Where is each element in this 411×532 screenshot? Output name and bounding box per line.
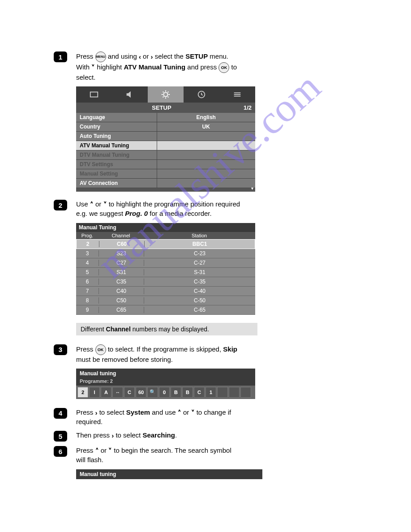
svg-point-2 <box>163 93 167 97</box>
step-badge: 2 <box>54 200 67 210</box>
programme-cell: C <box>124 387 135 398</box>
programme-cell: A <box>101 387 111 398</box>
svg-marker-1 <box>127 91 131 98</box>
svg-rect-0 <box>90 92 98 97</box>
programme-bar-subtitle: Programme: 2 <box>76 378 255 386</box>
step-badge: 4 <box>54 408 67 419</box>
setup-row: Auto Tuning <box>76 132 255 141</box>
manual-tuning-row: 7C40C-40 <box>76 287 255 296</box>
menu-button-icon: MENU <box>95 51 106 62</box>
step-text: Press OK to select. If the programme is … <box>76 344 242 364</box>
setup-row: DTV Settings <box>76 160 255 169</box>
up-arrow-icon: ˄ <box>90 200 94 209</box>
step-3: 3 Press OK to select. If the programme i… <box>54 344 384 364</box>
setup-row: Manual Setting <box>76 169 255 179</box>
manual-tuning-row: 3S23C-23 <box>76 249 255 258</box>
step-text: Then press › to select Searching. <box>76 431 177 440</box>
step-text: Use ˄ or ˅ to highlight the programme po… <box>76 200 242 218</box>
ok-button-icon: OK <box>218 62 229 73</box>
manual-tuning-row: 4C27C-27 <box>76 258 255 268</box>
programme-cell: B <box>182 387 193 398</box>
tab-sound-icon <box>112 86 148 103</box>
step-badge: 6 <box>54 446 67 457</box>
ok-button-icon: OK <box>95 344 106 355</box>
down-arrow-icon: ˅ <box>108 446 112 455</box>
step-6: 6 Press ˄ or ˅ to begin the search. The … <box>54 446 384 464</box>
tab-picture-icon <box>76 86 112 103</box>
programme-cell: 2 <box>77 387 88 398</box>
programme-cell: B <box>171 387 181 398</box>
step-text: Press MENU and using ‹ or › select the S… <box>76 51 242 82</box>
programme-strip: 2IA↔C60🔍0BBC1 <box>76 386 255 399</box>
setup-title-row: SETUP1/2 <box>76 103 255 113</box>
manual-tuning-row: 8C50C-50 <box>76 296 255 305</box>
step-text: Press ˄ or ˅ to begin the search. The se… <box>76 446 242 464</box>
setup-row: CountryUK <box>76 122 255 132</box>
programme-cell: 0 <box>159 387 170 398</box>
setup-row: ATV Manual Tuning <box>76 141 255 150</box>
manual-tuning-row: 9C65C-65 <box>76 305 255 315</box>
manual-tuning-row: 5S31S-31 <box>76 268 255 277</box>
manual-tuning-header: Prog.ChannelStation <box>76 232 255 239</box>
programme-cell: ↔ <box>112 387 123 398</box>
down-arrow-icon: ˅ <box>91 63 95 72</box>
programme-bar-title: Manual tuning <box>76 369 255 378</box>
setup-tabs <box>76 86 255 103</box>
step-5: 5 Then press › to select Searching. <box>54 431 384 442</box>
tab-timer-icon <box>184 86 219 103</box>
step-1: 1 Press MENU and using ‹ or › select the… <box>54 51 384 82</box>
setup-panel: SETUP1/2 LanguageEnglishCountryUKAuto Tu… <box>76 86 255 192</box>
down-arrow-icon: ˅ <box>103 200 107 209</box>
programme-cell <box>229 387 240 398</box>
note-box: Different Channel numbers may be display… <box>76 323 257 335</box>
step-badge: 5 <box>54 431 67 442</box>
setup-items-table: LanguageEnglishCountryUKAuto TuningATV M… <box>76 113 255 188</box>
programme-cell: C <box>194 387 205 398</box>
programme-cell: 🔍 <box>147 387 158 398</box>
setup-row: LanguageEnglish <box>76 113 255 122</box>
step-badge: 3 <box>54 344 67 355</box>
step-badge: 1 <box>54 51 67 62</box>
setup-row: AV Connection <box>76 179 255 188</box>
step-2: 2 Use ˄ or ˅ to highlight the programme … <box>54 200 384 218</box>
programme-cell <box>217 387 228 398</box>
programme-cell: 60 <box>136 387 146 398</box>
programme-cell: I <box>89 387 100 398</box>
programme-cell <box>240 387 251 398</box>
up-arrow-icon: ˄ <box>178 408 181 417</box>
setup-row: DTV Manual Tuning <box>76 150 255 160</box>
programme-bar: Manual tuning Programme: 2 2IA↔C60🔍0BBC1 <box>76 369 255 399</box>
manual-tuning-footer-title: Manual tuning <box>76 469 262 479</box>
programme-cell: 1 <box>206 387 216 398</box>
manual-tuning-panel: Manual Tuning Prog.ChannelStation 2C60BB… <box>76 223 255 315</box>
step-4: 4 Press › to select System and use ˄ or … <box>54 408 384 426</box>
manual-tuning-row: 2C60BBC1 <box>76 239 255 249</box>
manual-tuning-title: Manual Tuning <box>76 223 255 232</box>
up-arrow-icon: ˄ <box>95 446 99 455</box>
manual-tuning-row: 6C35C-35 <box>76 277 255 287</box>
down-arrow-icon: ˅ <box>191 408 195 417</box>
tab-setup-icon <box>148 86 184 103</box>
setup-scroll-indicator <box>76 188 255 192</box>
step-text: Press › to select System and use ˄ or ˅ … <box>76 408 242 426</box>
tab-list-icon <box>219 86 255 103</box>
